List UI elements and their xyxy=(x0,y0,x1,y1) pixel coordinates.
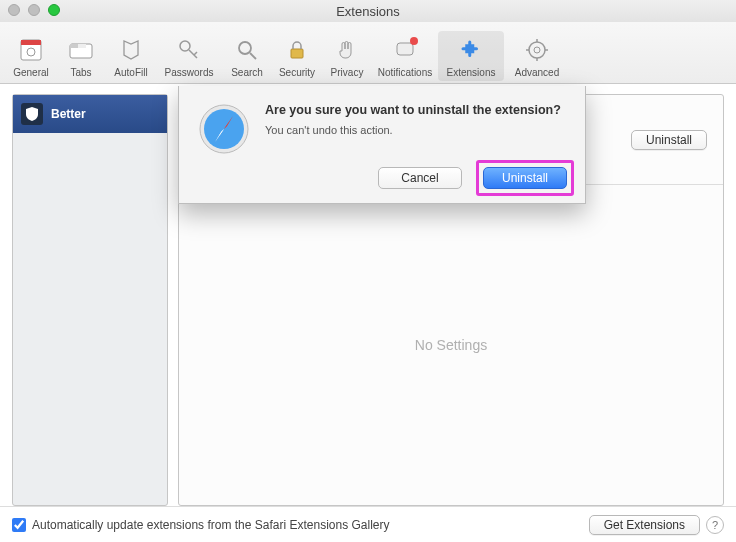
search-icon xyxy=(232,35,262,65)
puzzle-icon xyxy=(456,35,486,65)
preferences-toolbar: General Tabs AutoFill Passwords Search S… xyxy=(0,22,736,84)
svg-line-8 xyxy=(250,53,256,59)
tab-advanced[interactable]: Advanced xyxy=(504,31,570,81)
tab-label: Privacy xyxy=(331,67,364,78)
close-window-button[interactable] xyxy=(8,4,20,16)
tabs-icon xyxy=(66,35,96,65)
bell-icon xyxy=(390,35,420,65)
dialog-subtext: You can't undo this action. xyxy=(265,124,567,136)
hand-icon xyxy=(332,35,362,65)
auto-update-label: Automatically update extensions from the… xyxy=(32,518,390,532)
tab-security[interactable]: Security xyxy=(272,31,322,81)
tab-label: AutoFill xyxy=(114,67,147,78)
sidebar-item-better[interactable]: Better xyxy=(13,95,167,133)
svg-rect-4 xyxy=(70,44,78,48)
cancel-button[interactable]: Cancel xyxy=(378,167,462,189)
general-icon xyxy=(16,35,46,65)
tab-autofill[interactable]: AutoFill xyxy=(106,31,156,81)
no-settings-label: No Settings xyxy=(179,185,723,505)
tab-label: Extensions xyxy=(447,67,496,78)
tab-label: Notifications xyxy=(378,67,432,78)
extensions-sidebar: Better xyxy=(12,94,168,506)
safari-icon xyxy=(197,102,251,189)
svg-rect-10 xyxy=(397,43,413,55)
footer: Automatically update extensions from the… xyxy=(0,506,736,542)
confirm-uninstall-dialog: Are you sure you want to uninstall the e… xyxy=(178,86,586,204)
tab-label: Search xyxy=(231,67,263,78)
tab-label: Security xyxy=(279,67,315,78)
svg-point-11 xyxy=(529,42,545,58)
svg-point-6 xyxy=(180,41,190,51)
autofill-icon xyxy=(116,35,146,65)
tab-passwords[interactable]: Passwords xyxy=(156,31,222,81)
titlebar: Extensions xyxy=(0,0,736,22)
help-button[interactable]: ? xyxy=(706,516,724,534)
tab-label: Tabs xyxy=(70,67,91,78)
dialog-heading: Are you sure you want to uninstall the e… xyxy=(265,102,567,118)
highlight-box: Uninstall xyxy=(476,160,574,196)
confirm-uninstall-button[interactable]: Uninstall xyxy=(483,167,567,189)
svg-rect-9 xyxy=(291,49,303,58)
tab-privacy[interactable]: Privacy xyxy=(322,31,372,81)
auto-update-checkbox[interactable] xyxy=(12,518,26,532)
svg-rect-5 xyxy=(78,44,86,48)
tab-notifications[interactable]: Notifications xyxy=(372,31,438,81)
tab-extensions[interactable]: Extensions xyxy=(438,31,504,81)
tab-general[interactable]: General xyxy=(6,31,56,81)
svg-point-12 xyxy=(534,47,540,53)
tab-tabs[interactable]: Tabs xyxy=(56,31,106,81)
gear-icon xyxy=(522,35,552,65)
svg-point-7 xyxy=(239,42,251,54)
minimize-window-button[interactable] xyxy=(28,4,40,16)
shield-icon xyxy=(21,103,43,125)
tab-label: Advanced xyxy=(515,67,559,78)
lock-icon xyxy=(282,35,312,65)
svg-rect-1 xyxy=(21,40,41,45)
tab-label: Passwords xyxy=(165,67,214,78)
tab-search[interactable]: Search xyxy=(222,31,272,81)
zoom-window-button[interactable] xyxy=(48,4,60,16)
sidebar-item-label: Better xyxy=(51,107,86,121)
window-controls xyxy=(8,4,60,16)
key-icon xyxy=(174,35,204,65)
tab-label: General xyxy=(13,67,49,78)
window-title: Extensions xyxy=(336,4,400,19)
uninstall-button[interactable]: Uninstall xyxy=(631,130,707,150)
get-extensions-button[interactable]: Get Extensions xyxy=(589,515,700,535)
